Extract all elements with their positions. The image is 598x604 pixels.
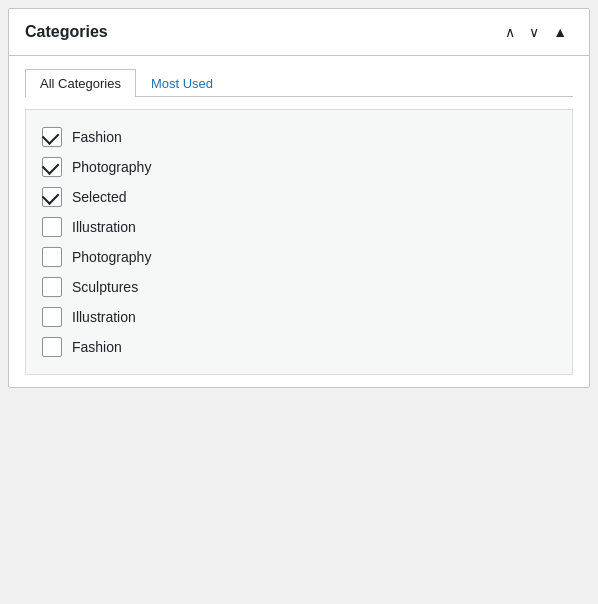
category-checkbox-8[interactable] (42, 337, 62, 357)
collapse-down-button[interactable]: ∨ (523, 21, 545, 43)
list-item: Fashion (42, 122, 564, 152)
category-label-4[interactable]: Illustration (72, 219, 136, 235)
list-item: Photography (42, 152, 564, 182)
list-item: Fashion (42, 332, 564, 362)
category-label-8[interactable]: Fashion (72, 339, 122, 355)
header-actions: ∧ ∨ ▲ (499, 21, 573, 43)
panel-title: Categories (25, 23, 108, 41)
category-checkbox-7[interactable] (42, 307, 62, 327)
list-item: Illustration (42, 212, 564, 242)
category-label-7[interactable]: Illustration (72, 309, 136, 325)
category-checkbox-5[interactable] (42, 247, 62, 267)
categories-panel: Categories ∧ ∨ ▲ All Categories Most Use… (8, 8, 590, 388)
panel-header: Categories ∧ ∨ ▲ (9, 9, 589, 56)
category-label-2[interactable]: Photography (72, 159, 151, 175)
tabs-container: All Categories Most Used (25, 68, 573, 97)
category-label-3[interactable]: Selected (72, 189, 126, 205)
list-item: Selected (42, 182, 564, 212)
collapse-up-button[interactable]: ∧ (499, 21, 521, 43)
categories-list: FashionPhotographySelectedIllustrationPh… (25, 109, 573, 375)
list-item: Sculptures (42, 272, 564, 302)
category-checkbox-4[interactable] (42, 217, 62, 237)
category-checkbox-2[interactable] (42, 157, 62, 177)
category-checkbox-6[interactable] (42, 277, 62, 297)
category-checkbox-3[interactable] (42, 187, 62, 207)
category-label-5[interactable]: Photography (72, 249, 151, 265)
list-item: Photography (42, 242, 564, 272)
sort-button[interactable]: ▲ (547, 21, 573, 43)
page-wrapper: Categories ∧ ∨ ▲ All Categories Most Use… (0, 0, 598, 388)
category-label-1[interactable]: Fashion (72, 129, 122, 145)
category-checkbox-1[interactable] (42, 127, 62, 147)
category-label-6[interactable]: Sculptures (72, 279, 138, 295)
list-item: Illustration (42, 302, 564, 332)
tab-all-categories[interactable]: All Categories (25, 69, 136, 97)
panel-body: All Categories Most Used FashionPhotogra… (9, 56, 589, 387)
tab-most-used[interactable]: Most Used (136, 69, 228, 97)
